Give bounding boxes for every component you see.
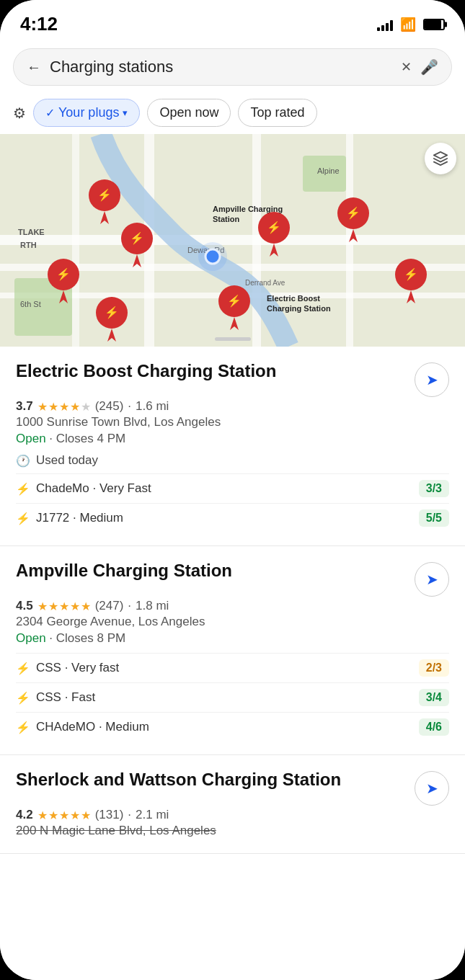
status-row-2: Open · Closes 8 PM <box>16 631 449 646</box>
svg-text:⚡: ⚡ <box>227 294 242 308</box>
stars-3: ★ ★ ★ ★ ★ <box>37 808 91 822</box>
map-svg: Dewap Rd Derrand Ave TLAKE RTH 6th St Al… <box>0 134 465 347</box>
svg-text:⚡: ⚡ <box>97 188 112 202</box>
filter-adjust-icon[interactable]: ⚙ <box>13 104 26 122</box>
search-bar[interactable]: ← Charging stations ✕ 🎤 <box>13 48 452 86</box>
phone-frame: 4:12 📶 ← Charging stations ✕ 🎤 ⚙ ✓ <box>0 0 465 980</box>
mic-button[interactable]: 🎤 <box>420 58 438 76</box>
status-row-1: Open · Closes 4 PM <box>16 432 449 446</box>
rating-num-3: 4.2 <box>16 808 33 822</box>
back-button[interactable]: ← <box>27 59 41 76</box>
directions-btn-3[interactable]: ➤ <box>415 771 449 806</box>
bolt-icon-2-2: ⚡ <box>16 721 30 734</box>
chip-your-plugs[interactable]: ✓ Your plugs ▾ <box>33 99 140 127</box>
chip-label-your-plugs: Your plugs <box>58 105 119 120</box>
map-container[interactable]: Dewap Rd Derrand Ave TLAKE RTH 6th St Al… <box>0 134 465 347</box>
availability-2-0: 2/3 <box>419 659 449 677</box>
stars-2: ★ ★ ★ ★ ★ <box>37 600 91 613</box>
svg-text:⚡: ⚡ <box>267 220 281 234</box>
result-card-3: Sherlock and Wattson Charging Station ➤ … <box>0 755 465 854</box>
svg-text:Station: Station <box>213 215 240 223</box>
status-bar: 4:12 📶 <box>0 0 465 41</box>
result-card-2: Ampville Charging Station ➤ 4.5 ★ ★ ★ ★ … <box>0 546 465 755</box>
bolt-icon-1-1: ⚡ <box>16 512 30 525</box>
charger-row-1-1: ⚡ J1772 · Medium 5/5 <box>16 503 449 533</box>
wifi-icon: 📶 <box>400 17 416 32</box>
svg-text:⚡: ⚡ <box>130 231 144 245</box>
map-layer-button[interactable] <box>425 143 456 174</box>
distance-3: 2.1 mi <box>136 808 169 822</box>
search-query: Charging stations <box>50 58 392 76</box>
svg-text:Derrand Ave: Derrand Ave <box>245 279 285 287</box>
chip-label-top-rated: Top rated <box>250 105 304 120</box>
search-container: ← Charging stations ✕ 🎤 <box>0 41 465 94</box>
svg-text:⚡: ⚡ <box>105 306 119 319</box>
status-time: 4:12 <box>20 13 58 35</box>
chip-check-icon: ✓ <box>45 106 55 120</box>
rating-count-1: (245) <box>95 399 124 414</box>
charger-type-2-1: CSS · Fast <box>36 690 95 705</box>
availability-2-1: 3/4 <box>419 689 449 706</box>
directions-btn-2[interactable]: ➤ <box>415 562 449 597</box>
chip-open-now[interactable]: Open now <box>147 99 231 127</box>
availability-2-2: 4/6 <box>419 718 449 736</box>
usage-note-1: Used today <box>36 453 98 468</box>
availability-1-0: 3/3 <box>419 480 449 497</box>
svg-text:Electric Boost: Electric Boost <box>267 294 320 303</box>
charger-row-2-0: ⚡ CSS · Very fast 2/3 <box>16 653 449 682</box>
closes-text-1: · Closes 4 PM <box>49 432 125 445</box>
charger-row-2-1: ⚡ CSS · Fast 3/4 <box>16 682 449 712</box>
rating-num-1: 3.7 <box>16 399 33 414</box>
svg-text:⚡: ⚡ <box>346 206 360 220</box>
battery-icon <box>423 19 445 30</box>
charger-type-2-0: CSS · Very fast <box>36 661 119 675</box>
signal-icon <box>377 18 393 31</box>
distance-2: 1.8 mi <box>136 599 169 613</box>
svg-text:Charging Station: Charging Station <box>267 304 331 313</box>
rating-count-3: (131) <box>95 808 124 822</box>
rating-num-2: 4.5 <box>16 599 33 613</box>
svg-point-37 <box>198 242 227 271</box>
availability-1-1: 5/5 <box>419 509 449 527</box>
clear-button[interactable]: ✕ <box>401 59 412 75</box>
svg-rect-7 <box>72 134 79 347</box>
charger-type-1-0: ChadeMo · Very Fast <box>36 481 151 496</box>
svg-text:⚡: ⚡ <box>56 267 71 281</box>
address-3: 200 N Magic Lane Blvd, Los Angeles <box>16 824 449 838</box>
svg-text:Alpine: Alpine <box>317 166 340 175</box>
charger-row-2-2: ⚡ CHAdeMO · Medium 4/6 <box>16 712 449 741</box>
result-card-1: Electric Boost Charging Station ➤ 3.7 ★ … <box>0 347 465 546</box>
svg-rect-1 <box>0 235 465 245</box>
svg-text:RTH: RTH <box>20 241 37 249</box>
svg-text:⚡: ⚡ <box>404 267 418 281</box>
rating-row-3: 4.2 ★ ★ ★ ★ ★ (131) · 2.1 mi <box>16 808 449 822</box>
charger-type-2-2: CHAdeMO · Medium <box>36 720 149 734</box>
svg-text:6th St: 6th St <box>20 300 41 308</box>
usage-row-1: 🕐 Used today <box>16 453 449 468</box>
open-status-1: Open <box>16 432 46 445</box>
chip-top-rated[interactable]: Top rated <box>238 99 316 127</box>
rating-row-1: 3.7 ★ ★ ★ ★ ★ (245) · 1.6 mi <box>16 399 449 414</box>
charger-info-2-2: ⚡ CHAdeMO · Medium <box>16 720 149 734</box>
directions-icon-1: ➤ <box>426 371 438 388</box>
result-name-1: Electric Boost Charging Station <box>16 361 415 382</box>
address-2: 2304 George Avenue, Los Angeles <box>16 615 449 629</box>
map-drag-handle[interactable] <box>215 337 251 341</box>
filter-row: ⚙ ✓ Your plugs ▾ Open now Top rated <box>0 94 465 134</box>
directions-btn-1[interactable]: ➤ <box>415 362 449 397</box>
bolt-icon-2-0: ⚡ <box>16 662 30 675</box>
charger-type-1-1: J1772 · Medium <box>36 511 123 525</box>
address-1: 1000 Sunrise Town Blvd, Los Angeles <box>16 415 449 429</box>
rating-row-2: 4.5 ★ ★ ★ ★ ★ (247) · 1.8 mi <box>16 599 449 613</box>
charger-info-1-1: ⚡ J1772 · Medium <box>16 511 123 525</box>
stars-1: ★ ★ ★ ★ ★ <box>37 400 91 414</box>
svg-text:TLAKE: TLAKE <box>18 228 45 236</box>
chip-label-open-now: Open now <box>159 105 218 120</box>
directions-icon-2: ➤ <box>426 571 438 588</box>
charger-info-1-0: ⚡ ChadeMo · Very Fast <box>16 481 151 496</box>
directions-icon-3: ➤ <box>426 780 438 797</box>
results-list: Electric Boost Charging Station ➤ 3.7 ★ … <box>0 347 465 980</box>
bolt-icon-2-1: ⚡ <box>16 691 30 705</box>
charger-info-2-0: ⚡ CSS · Very fast <box>16 661 119 675</box>
closes-text-2: · Closes 8 PM <box>49 631 125 645</box>
